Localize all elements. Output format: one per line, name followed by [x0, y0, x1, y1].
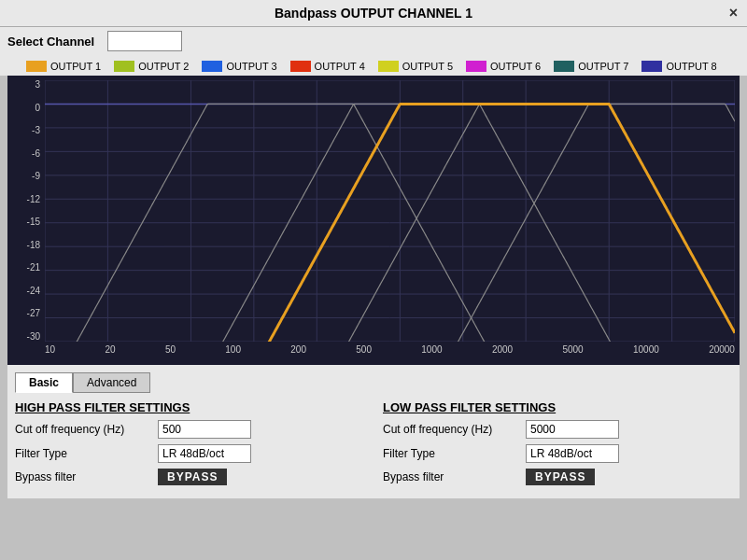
y-label: -18: [27, 241, 40, 250]
eq-chart-canvas: [45, 80, 735, 342]
legend-item-6: OUTPUT 6: [466, 61, 541, 72]
low-pass-cutoff-label: Cut off frequency (Hz): [383, 423, 518, 436]
legend-label-4: OUTPUT 4: [315, 61, 365, 72]
y-label: -21: [27, 263, 40, 273]
y-label: -3: [32, 126, 40, 135]
window-title: Bandpass OUTPUT CHANNEL 1: [275, 6, 472, 21]
high-pass-section: HIGH PASS FILTER SETTINGS Cut off freque…: [15, 400, 364, 491]
legend-color-8: [641, 61, 662, 72]
legend-item-4: OUTPUT 4: [290, 61, 365, 72]
chart-area: 30-3-6-9-12-15-18-21-24-27-30 1020501002…: [7, 76, 740, 365]
filter-section: HIGH PASS FILTER SETTINGS Cut off freque…: [15, 400, 732, 491]
high-pass-title: HIGH PASS FILTER SETTINGS: [15, 400, 364, 414]
x-label: 20: [105, 344, 115, 355]
high-pass-bypass-row: Bypass filter BYPASS: [15, 469, 364, 485]
legend-color-7: [554, 61, 574, 72]
low-pass-title: LOW PASS FILTER SETTINGS: [383, 400, 732, 414]
legend-label-1: OUTPUT 1: [50, 61, 101, 72]
y-label: -12: [27, 195, 40, 204]
legend-color-5: [378, 61, 399, 72]
legend-color-6: [466, 61, 486, 72]
low-pass-bypass-row: Bypass filter BYPASS: [383, 469, 732, 485]
x-label: 10000: [633, 344, 659, 355]
y-label: 3: [35, 80, 40, 90]
legend-item-8: OUTPUT 8: [641, 61, 716, 72]
legend-label-3: OUTPUT 3: [226, 61, 276, 72]
low-pass-type-label: Filter Type: [383, 447, 518, 460]
legend-label-8: OUTPUT 8: [666, 61, 716, 72]
select-channel-label: Select Channel: [7, 35, 94, 49]
low-pass-bypass-button[interactable]: BYPASS: [526, 469, 595, 485]
legend-item-5: OUTPUT 5: [378, 61, 453, 72]
legend-color-1: [26, 61, 47, 72]
top-bar: Select Channel OUTPUT 1OUTPUT 2OUTPUT 3O…: [0, 27, 747, 76]
x-label: 10: [45, 344, 55, 355]
high-pass-type-row: Filter Type: [15, 444, 364, 463]
high-pass-type-label: Filter Type: [15, 447, 150, 460]
legend-item-3: OUTPUT 3: [202, 61, 276, 72]
y-axis: 30-3-6-9-12-15-18-21-24-27-30: [7, 80, 43, 342]
low-pass-cutoff-input[interactable]: [526, 420, 619, 439]
legend-item-2: OUTPUT 2: [114, 61, 189, 72]
title-bar: Bandpass OUTPUT CHANNEL 1 ×: [0, 0, 747, 27]
y-label: -30: [27, 332, 40, 342]
high-pass-bypass-button[interactable]: BYPASS: [158, 469, 227, 485]
high-pass-bypass-label: Bypass filter: [15, 470, 150, 483]
x-axis: 1020501002005001000200050001000020000: [45, 344, 735, 365]
x-label: 5000: [562, 344, 583, 355]
y-label: 0: [35, 104, 40, 113]
y-label: -27: [27, 309, 40, 318]
tab-advanced[interactable]: Advanced: [73, 372, 150, 393]
tab-row: BasicAdvanced: [15, 372, 732, 393]
x-label: 100: [225, 344, 241, 355]
legend-label-2: OUTPUT 2: [138, 61, 189, 72]
legend-label-7: OUTPUT 7: [578, 61, 628, 72]
legend-label-5: OUTPUT 5: [402, 61, 453, 72]
select-channel-dropdown[interactable]: [107, 31, 182, 51]
legend-color-2: [114, 61, 134, 72]
tab-basic[interactable]: Basic: [15, 372, 73, 393]
x-label: 200: [290, 344, 306, 355]
x-label: 50: [165, 344, 176, 355]
low-pass-section: LOW PASS FILTER SETTINGS Cut off frequen…: [383, 400, 732, 491]
x-label: 2000: [492, 344, 513, 355]
legend-color-4: [290, 61, 311, 72]
low-pass-type-input[interactable]: [526, 444, 619, 463]
high-pass-cutoff-row: Cut off frequency (Hz): [15, 420, 364, 439]
close-button[interactable]: ×: [729, 5, 738, 21]
y-label: -9: [32, 172, 40, 181]
legend-item-1: OUTPUT 1: [26, 61, 101, 72]
y-label: -15: [27, 217, 40, 227]
legend-item-7: OUTPUT 7: [554, 61, 628, 72]
bottom-panel: BasicAdvanced HIGH PASS FILTER SETTINGS …: [7, 365, 740, 498]
legend: OUTPUT 1OUTPUT 2OUTPUT 3OUTPUT 4OUTPUT 5…: [26, 61, 717, 72]
x-label: 500: [356, 344, 372, 355]
high-pass-cutoff-input[interactable]: [158, 420, 251, 439]
chart-inner: [45, 80, 735, 342]
low-pass-type-row: Filter Type: [383, 444, 732, 463]
legend-color-3: [202, 61, 222, 72]
high-pass-cutoff-label: Cut off frequency (Hz): [15, 423, 150, 436]
y-label: -6: [32, 149, 40, 159]
legend-label-6: OUTPUT 6: [490, 61, 541, 72]
low-pass-bypass-label: Bypass filter: [383, 470, 518, 483]
low-pass-cutoff-row: Cut off frequency (Hz): [383, 420, 732, 439]
x-label: 1000: [421, 344, 442, 355]
high-pass-type-input[interactable]: [158, 444, 251, 463]
y-label: -24: [27, 287, 40, 296]
x-label: 20000: [709, 344, 735, 355]
